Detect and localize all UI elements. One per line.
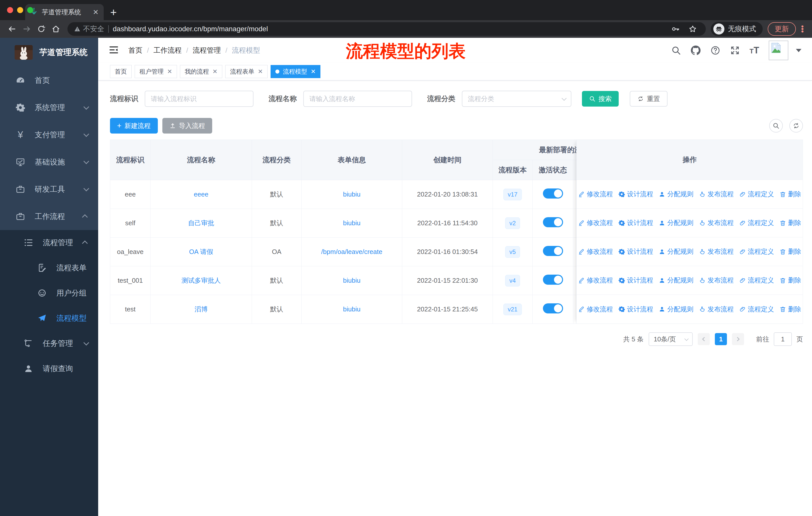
font-size-icon[interactable]: TT <box>750 45 759 56</box>
zoom-window-button[interactable] <box>27 7 33 13</box>
refresh-table-button[interactable] <box>789 119 803 133</box>
fullscreen-icon[interactable] <box>730 45 740 55</box>
search-icon[interactable] <box>671 45 681 55</box>
process-definition-link[interactable]: 流程定义 <box>739 190 774 198</box>
breadcrumb-process-manage[interactable]: 流程管理 <box>193 46 221 55</box>
model-name-link[interactable]: 自己审批 <box>188 219 214 227</box>
model-name-link[interactable]: eeee <box>194 190 208 198</box>
sidebar-item-process-manage[interactable]: 流程管理 <box>0 230 98 255</box>
reload-icon[interactable] <box>35 22 48 35</box>
tab-close-icon[interactable]: ✕ <box>93 8 99 17</box>
modify-process-link[interactable]: 修改流程 <box>578 247 613 256</box>
design-process-link[interactable]: 设计流程 <box>618 305 653 314</box>
assign-rule-link[interactable]: 分配规则 <box>659 276 693 285</box>
minimize-window-button[interactable] <box>17 7 23 13</box>
process-definition-link[interactable]: 流程定义 <box>739 247 774 256</box>
tag-my-process[interactable]: 我的流程✕ <box>180 65 222 78</box>
sidebar-item-workflow[interactable]: 工作流程 <box>0 203 98 230</box>
publish-process-link[interactable]: 发布流程 <box>699 276 734 285</box>
process-definition-link[interactable]: 流程定义 <box>739 276 774 285</box>
design-process-link[interactable]: 设计流程 <box>618 218 653 227</box>
security-warning[interactable]: 不安全 <box>74 24 104 34</box>
tag-tenant[interactable]: 租户管理✕ <box>135 65 177 78</box>
active-toggle[interactable] <box>543 188 563 198</box>
publish-process-link[interactable]: 发布流程 <box>699 190 734 198</box>
version-badge[interactable]: v5 <box>505 246 520 258</box>
back-icon[interactable] <box>5 22 19 35</box>
sidebar-item-process-form[interactable]: 流程表单 <box>0 255 98 280</box>
form-info-link[interactable]: biubiu <box>343 277 360 284</box>
modify-process-link[interactable]: 修改流程 <box>578 190 613 198</box>
publish-process-link[interactable]: 发布流程 <box>699 247 734 256</box>
model-name-link[interactable]: 测试多审批人 <box>181 277 221 284</box>
close-icon[interactable]: ✕ <box>258 68 263 75</box>
next-page-button[interactable] <box>732 333 744 345</box>
delete-link[interactable]: 删除 <box>780 218 801 227</box>
model-name-link[interactable]: 滔博 <box>195 305 208 313</box>
home-icon[interactable] <box>49 22 62 35</box>
sidebar-item-payment[interactable]: ¥ 支付管理 <box>0 121 98 148</box>
version-badge[interactable]: v4 <box>505 275 520 287</box>
window-controls[interactable] <box>7 7 33 13</box>
key-icon[interactable] <box>669 22 682 35</box>
tag-process-model[interactable]: 流程模型✕ <box>270 65 320 78</box>
browser-menu-icon[interactable]: ••• <box>800 25 805 33</box>
sidebar-item-devtools[interactable]: 研发工具 <box>0 175 98 203</box>
form-info-link[interactable]: /bpm/oa/leave/create <box>321 248 382 255</box>
form-info-link[interactable]: biubiu <box>343 190 360 198</box>
modify-process-link[interactable]: 修改流程 <box>578 218 613 227</box>
assign-rule-link[interactable]: 分配规则 <box>659 190 693 198</box>
sidebar-item-task-manage[interactable]: 任务管理 <box>0 331 98 356</box>
assign-rule-link[interactable]: 分配规则 <box>659 305 693 314</box>
version-badge[interactable]: v2 <box>505 217 520 229</box>
prev-page-button[interactable] <box>698 333 710 345</box>
sidebar-item-system[interactable]: 系统管理 <box>0 94 98 121</box>
design-process-link[interactable]: 设计流程 <box>618 247 653 256</box>
version-badge[interactable]: v21 <box>503 304 522 315</box>
form-info-link[interactable]: biubiu <box>343 305 360 313</box>
sidebar-item-infra[interactable]: 基础设施 <box>0 148 98 175</box>
process-name-input[interactable] <box>303 91 412 107</box>
delete-link[interactable]: 删除 <box>780 247 801 256</box>
new-tab-button[interactable]: + <box>110 6 117 19</box>
process-definition-link[interactable]: 流程定义 <box>739 218 774 227</box>
url-bar[interactable]: 不安全 dashboard.yudao.iocoder.cn/bpm/manag… <box>67 22 706 36</box>
active-toggle[interactable] <box>543 303 563 314</box>
breadcrumb-home[interactable]: 首页 <box>128 46 142 55</box>
sidebar-item-user-group[interactable]: 用户分组 <box>0 280 98 306</box>
active-toggle[interactable] <box>543 246 563 256</box>
version-badge[interactable]: v17 <box>503 189 522 200</box>
delete-link[interactable]: 删除 <box>780 276 801 285</box>
design-process-link[interactable]: 设计流程 <box>618 190 653 198</box>
tag-process-form[interactable]: 流程表单✕ <box>225 65 267 78</box>
delete-link[interactable]: 删除 <box>780 190 801 198</box>
import-process-button[interactable]: 导入流程 <box>162 118 212 134</box>
avatar[interactable] <box>769 40 788 60</box>
process-definition-link[interactable]: 流程定义 <box>739 305 774 314</box>
assign-rule-link[interactable]: 分配规则 <box>659 218 693 227</box>
page-size-select[interactable]: 10条/页 <box>649 332 693 346</box>
active-toggle[interactable] <box>543 275 563 285</box>
process-key-input[interactable] <box>145 91 254 107</box>
forward-icon[interactable] <box>20 22 33 35</box>
breadcrumb-workflow[interactable]: 工作流程 <box>153 46 182 55</box>
browser-update-button[interactable]: 更新 <box>768 22 796 36</box>
page-number-button[interactable]: 1 <box>715 333 727 345</box>
bookmark-star-icon[interactable] <box>686 22 699 35</box>
close-icon[interactable]: ✕ <box>167 68 172 75</box>
sidebar-item-process-model[interactable]: 流程模型 <box>0 306 98 331</box>
model-name-link[interactable]: OA 请假 <box>189 248 213 255</box>
search-button[interactable]: 搜索 <box>582 91 619 107</box>
reset-button[interactable]: 重置 <box>630 91 668 107</box>
github-icon[interactable] <box>691 45 701 55</box>
close-icon[interactable]: ✕ <box>311 68 316 75</box>
avatar-dropdown-icon[interactable] <box>796 49 802 52</box>
publish-process-link[interactable]: 发布流程 <box>699 305 734 314</box>
assign-rule-link[interactable]: 分配规则 <box>659 247 693 256</box>
close-icon[interactable]: ✕ <box>212 68 218 75</box>
goto-page-input[interactable] <box>774 332 792 346</box>
category-select[interactable]: 流程分类 <box>462 91 571 107</box>
browser-tab[interactable]: 芋道管理系统 ✕ <box>25 4 104 20</box>
design-process-link[interactable]: 设计流程 <box>618 276 653 285</box>
modify-process-link[interactable]: 修改流程 <box>578 276 613 285</box>
